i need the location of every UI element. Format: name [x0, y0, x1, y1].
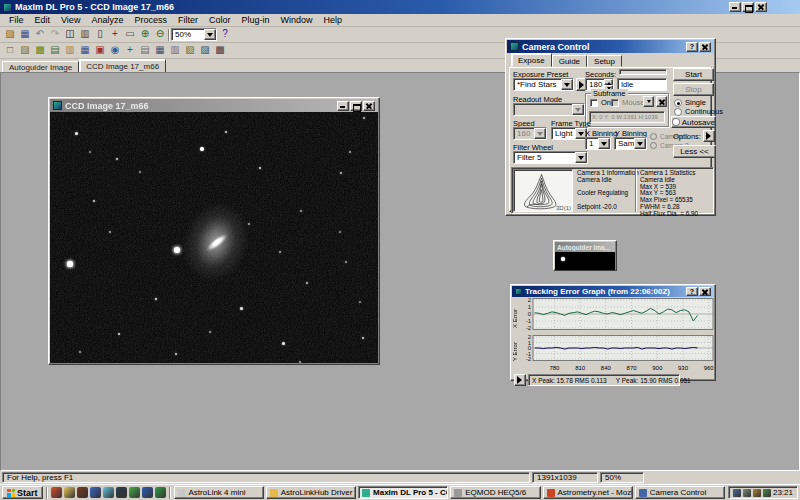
quick-launch-2-icon[interactable]: [64, 487, 75, 498]
stretch-preset-icon[interactable]: ▤: [48, 44, 62, 57]
taskbar-task-astrolinkhub-driver-server[interactable]: AstroLinkHub Driver Server: [266, 486, 356, 499]
quick-color-icon[interactable]: ▥: [63, 44, 77, 57]
app-titlebar[interactable]: MaxIm DL Pro 5 - CCD Image 17_m66: [0, 0, 800, 14]
menu-window[interactable]: Window: [275, 15, 317, 25]
new-document-icon[interactable]: □: [3, 44, 17, 57]
continuous-radio[interactable]: Continuous: [674, 107, 723, 116]
tray-volume-icon[interactable]: [733, 489, 741, 497]
graph-help-button[interactable]: ?: [686, 287, 698, 296]
ccd-image-window[interactable]: CCD Image 17_m66: [48, 97, 380, 365]
menu-filter[interactable]: Filter: [173, 15, 203, 25]
tray-usb-icon[interactable]: [763, 489, 771, 497]
undo-icon[interactable]: ↶: [33, 28, 47, 41]
ccd-window-titlebar[interactable]: CCD Image 17_m66: [50, 99, 378, 112]
ccd-image-canvas[interactable]: [50, 112, 378, 363]
sequence-icon[interactable]: ▤: [138, 44, 152, 57]
quick-launch-9-icon[interactable]: [155, 487, 166, 498]
zoom-dropdown-arrow[interactable]: [204, 29, 216, 40]
frame-type-select[interactable]: Light: [551, 127, 588, 140]
x-binning-select[interactable]: 1: [585, 137, 611, 150]
readout-mode-select[interactable]: [513, 103, 585, 116]
taskbar-task-maxim-dl-pro-5-ccd[interactable]: MaxIm DL Pro 5 - CCD...: [358, 486, 448, 499]
magnify-area-icon[interactable]: ▭: [123, 28, 137, 41]
open-icon[interactable]: ▨: [3, 28, 17, 41]
plugin-icon[interactable]: ▨: [198, 44, 212, 57]
tray-network-icon[interactable]: [753, 489, 761, 497]
ccd-minimize-button[interactable]: [337, 101, 349, 111]
tab-ccd-image-17-m66[interactable]: CCD Image 17_m66: [79, 59, 166, 72]
graph-close-button[interactable]: [699, 287, 711, 296]
tab-autoguider-image[interactable]: Autoguider Image: [2, 61, 79, 72]
redo-icon[interactable]: ↷: [48, 28, 62, 41]
pin-window-icon[interactable]: +: [108, 28, 122, 41]
ccd-maximize-button[interactable]: [350, 101, 362, 111]
start-button[interactable]: Start: [2, 486, 43, 499]
camera-control-close-button[interactable]: [699, 42, 711, 52]
quick-launch-7-icon[interactable]: [129, 487, 140, 498]
y-binning-select[interactable]: Same: [614, 137, 647, 150]
taskbar-task-astrometry-net-mozilla[interactable]: Astrometry.net - Mozilla ...: [543, 486, 633, 499]
menu-edit[interactable]: Edit: [30, 15, 56, 25]
subframe-on-checkbox[interactable]: On: [590, 98, 611, 107]
zoom-in-icon[interactable]: ⊕: [138, 28, 152, 41]
menu-view[interactable]: View: [56, 15, 85, 25]
tray-display-icon[interactable]: [743, 489, 751, 497]
ccd-close-button[interactable]: [363, 101, 375, 111]
tracking-graph-titlebar[interactable]: Tracking Error Graph (from 22:06:00Z) ?: [512, 286, 714, 297]
settings-icon[interactable]: ▧: [183, 44, 197, 57]
subframe-clear-button[interactable]: [656, 96, 667, 107]
tab-guide[interactable]: Guide: [552, 55, 587, 67]
camera-control-dialog[interactable]: Camera Control ? ExposeGuideSetup Exposu…: [505, 38, 716, 216]
screen-stretch-icon[interactable]: ◫: [63, 28, 77, 41]
thumbnail-mode-label[interactable]: 3D(1): [556, 205, 571, 211]
taskbar-task-camera-control[interactable]: Camera Control: [635, 486, 725, 499]
menu-file[interactable]: File: [4, 15, 29, 25]
save-icon[interactable]: ▦: [18, 28, 32, 41]
zoom-out-icon[interactable]: ⊖: [153, 28, 167, 41]
camera-control-titlebar[interactable]: Camera Control ?: [507, 40, 714, 53]
graph-scroll-button[interactable]: [514, 374, 526, 386]
menu-process[interactable]: Process: [129, 15, 172, 25]
minimize-button[interactable]: [729, 2, 741, 12]
quick-launch-3-icon[interactable]: [77, 487, 88, 498]
save-file-icon[interactable]: ▦: [78, 44, 92, 57]
close-button[interactable]: [755, 2, 767, 12]
maximize-button[interactable]: [742, 2, 754, 12]
quick-launch-5-icon[interactable]: [103, 487, 114, 498]
quick-launch-4-icon[interactable]: [90, 487, 101, 498]
autoguider-titlebar[interactable]: Autoguider Ima...: [555, 242, 615, 252]
quick-launch-1-icon[interactable]: [51, 487, 62, 498]
less-button[interactable]: Less <<: [673, 145, 716, 158]
zoom-level-select[interactable]: 50%: [171, 28, 217, 41]
file-append-icon[interactable]: ▩: [33, 44, 47, 57]
menu-plug-in[interactable]: Plug-in: [236, 15, 274, 25]
autoguider-image-canvas[interactable]: [555, 252, 615, 270]
menu-analyze[interactable]: Analyze: [86, 15, 128, 25]
options-menu-button[interactable]: [703, 130, 715, 142]
tracking-error-graph-window[interactable]: Tracking Error Graph (from 22:06:00Z) ? …: [510, 284, 716, 381]
dual-chip-icon[interactable]: ▥: [78, 28, 92, 41]
quick-launch-6-icon[interactable]: [116, 487, 127, 498]
print-preview-icon[interactable]: ▥: [168, 44, 182, 57]
start-button[interactable]: Start: [673, 68, 714, 81]
quick-launch-8-icon[interactable]: [142, 487, 153, 498]
filter-wheel-select[interactable]: Filter 5: [513, 151, 588, 164]
menu-help[interactable]: Help: [318, 15, 347, 25]
star-profile-thumbnail[interactable]: 3D(1): [513, 169, 573, 212]
autoguider-thumbnail-window[interactable]: Autoguider Ima...: [553, 240, 617, 271]
help-button[interactable]: ?: [686, 42, 698, 52]
camera-control-icon[interactable]: ▣: [93, 44, 107, 57]
context-help-icon[interactable]: ?: [218, 28, 232, 41]
subframe-mouse-checkbox[interactable]: Mouse: [611, 98, 645, 107]
tab-setup[interactable]: Setup: [587, 55, 622, 67]
clock[interactable]: 23:21: [773, 488, 793, 497]
open-file-icon[interactable]: ▨: [18, 44, 32, 57]
guide-icon[interactable]: +: [123, 44, 137, 57]
print-icon[interactable]: ▦: [153, 44, 167, 57]
full-range-icon[interactable]: ▯: [93, 28, 107, 41]
taskbar-task-eqmod-heq5-6[interactable]: EQMOD HEQ5/6: [450, 486, 540, 499]
subframe-edit-button[interactable]: [643, 96, 654, 107]
stop-button[interactable]: Stop: [673, 83, 714, 96]
batch-process-icon[interactable]: ▩: [213, 44, 227, 57]
autosave-radio-button[interactable]: Autosave: [671, 116, 716, 128]
